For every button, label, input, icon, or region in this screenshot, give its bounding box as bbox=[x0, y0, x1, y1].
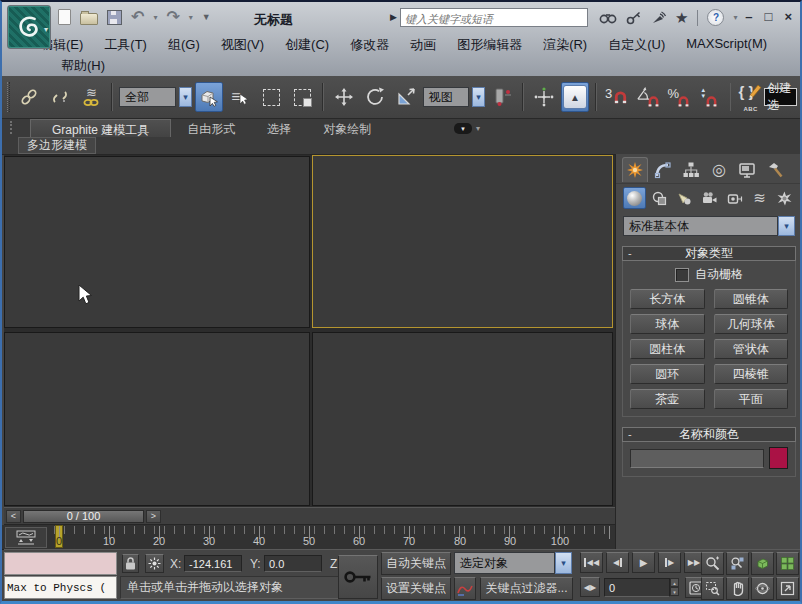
angle-snap-toggle-button[interactable] bbox=[634, 82, 662, 112]
x-coordinate-field[interactable]: -124.161 bbox=[184, 555, 242, 572]
previous-frame-playback-button[interactable]: ◀ bbox=[606, 552, 629, 573]
name-color-rollout-header[interactable]: - 名称和颜色 bbox=[622, 427, 796, 442]
save-file-button[interactable] bbox=[107, 8, 122, 26]
spinner-down-icon[interactable]: ▾ bbox=[670, 587, 679, 596]
tab-display[interactable] bbox=[734, 157, 760, 182]
set-keys-button[interactable] bbox=[338, 555, 378, 599]
object-type-rollout-header[interactable]: - 对象类型 bbox=[622, 246, 796, 261]
ribbon-minimize-chevron-icon[interactable]: ▾ bbox=[476, 124, 480, 133]
tube-button[interactable]: 管状体 bbox=[714, 339, 789, 359]
spinner-snap-toggle-button[interactable]: ▴▾ bbox=[696, 82, 724, 112]
menu-help[interactable]: 帮助(H) bbox=[59, 56, 107, 76]
absolute-offset-mode-toggle[interactable] bbox=[145, 554, 164, 573]
search-binoculars-icon[interactable] bbox=[599, 11, 617, 25]
cone-button[interactable]: 圆锥体 bbox=[714, 289, 789, 309]
ribbon-tab-freeform[interactable]: 自由形式 bbox=[171, 119, 251, 137]
geosphere-button[interactable]: 几何球体 bbox=[714, 314, 789, 334]
y-coordinate-field[interactable]: 0.0 bbox=[264, 555, 322, 572]
use-pivot-point-center-button[interactable] bbox=[488, 82, 516, 112]
select-by-name-button[interactable]: ≡ bbox=[226, 82, 254, 112]
category-lights[interactable] bbox=[673, 187, 696, 209]
edit-named-selection-sets-button[interactable]: { } ABC bbox=[737, 81, 761, 113]
subscription-key-icon[interactable] bbox=[626, 11, 642, 25]
keyboard-shortcut-override-toggle[interactable]: ▲ bbox=[561, 82, 589, 112]
object-name-field[interactable] bbox=[630, 449, 764, 468]
ribbon-minimize-button[interactable]: ▼ bbox=[454, 123, 472, 134]
close-button[interactable]: × bbox=[784, 9, 792, 24]
current-frame-field[interactable]: 0 bbox=[604, 578, 670, 597]
maximize-viewport-toggle-button[interactable] bbox=[776, 577, 799, 600]
maximize-button[interactable]: □ bbox=[765, 9, 773, 24]
infocenter-search[interactable] bbox=[400, 8, 588, 27]
key-filters-button[interactable]: 关键点过滤器... bbox=[480, 577, 573, 600]
selection-set-dropdown-button[interactable]: ▾ bbox=[555, 552, 572, 574]
go-to-start-button[interactable]: ◀◀ bbox=[580, 552, 603, 573]
object-color-swatch[interactable] bbox=[769, 447, 788, 469]
auto-key-button[interactable]: 自动关键点 bbox=[381, 552, 451, 575]
tab-hierarchy[interactable] bbox=[678, 157, 704, 182]
toolbar-grip[interactable] bbox=[7, 82, 10, 112]
bind-to-space-warp-button[interactable]: ≋ bbox=[77, 82, 105, 112]
menu-rendering[interactable]: 渲染(R) bbox=[541, 35, 589, 55]
orbit-button[interactable] bbox=[751, 577, 774, 600]
rectangular-selection-region-button[interactable] bbox=[257, 82, 285, 112]
reference-coordinate-dropdown-button[interactable]: ▾ bbox=[472, 87, 485, 107]
category-helpers[interactable] bbox=[723, 187, 746, 209]
ribbon-panel-polygon-modeling[interactable]: 多边形建模 bbox=[18, 137, 96, 154]
percent-snap-toggle-button[interactable]: % bbox=[665, 82, 693, 112]
autogrid-checkbox[interactable] bbox=[675, 268, 689, 282]
open-mini-curve-editor-button[interactable] bbox=[5, 527, 47, 548]
select-object-button[interactable] bbox=[195, 82, 223, 112]
menu-group[interactable]: 组(G) bbox=[166, 35, 202, 55]
unlink-selection-button[interactable] bbox=[46, 82, 74, 112]
box-button[interactable]: 长方体 bbox=[630, 289, 705, 309]
viewport-top-left[interactable] bbox=[4, 156, 310, 328]
menu-maxscript[interactable]: MAXScript(M) bbox=[684, 35, 769, 55]
sphere-button[interactable]: 球体 bbox=[630, 314, 705, 334]
redo-dropdown-chevron-icon[interactable]: ▾ bbox=[189, 8, 193, 26]
application-menu-button[interactable]: ▾ bbox=[7, 5, 51, 49]
cylinder-button[interactable]: 圆柱体 bbox=[630, 339, 705, 359]
ribbon-tab-object-paint[interactable]: 对象绘制 bbox=[307, 119, 387, 137]
category-systems[interactable] bbox=[773, 187, 796, 209]
ribbon-tab-selection[interactable]: 选择 bbox=[251, 119, 307, 137]
toolbar-overflow-icon[interactable]: ▼ bbox=[202, 8, 211, 26]
previous-frame-button[interactable]: < bbox=[6, 510, 21, 523]
category-shapes[interactable] bbox=[648, 187, 671, 209]
frame-spinner[interactable]: ▴ ▾ bbox=[670, 578, 679, 596]
ribbon-tab-graphite[interactable]: Graphite 建模工具 bbox=[30, 119, 171, 137]
minimize-button[interactable]: – bbox=[745, 9, 752, 24]
menu-create[interactable]: 创建(C) bbox=[283, 35, 331, 55]
menu-tools[interactable]: 工具(T) bbox=[102, 35, 149, 55]
category-cameras[interactable] bbox=[698, 187, 721, 209]
named-selection-set-field[interactable]: 创建选 bbox=[764, 88, 797, 106]
menu-animation[interactable]: 动画 bbox=[408, 35, 438, 55]
tab-modify[interactable] bbox=[650, 157, 676, 182]
viewport-bottom-right[interactable] bbox=[312, 332, 613, 506]
teapot-button[interactable]: 茶壶 bbox=[630, 389, 705, 409]
select-and-rotate-button[interactable] bbox=[361, 82, 389, 112]
snap-toggle-3d-button[interactable]: 3 bbox=[603, 82, 631, 112]
search-input[interactable] bbox=[401, 11, 587, 28]
category-space-warps[interactable]: ≋ bbox=[748, 187, 771, 209]
menu-graph-editors[interactable]: 图形编辑器 bbox=[455, 35, 524, 55]
select-and-move-button[interactable] bbox=[330, 82, 358, 112]
viewport-bottom-left[interactable] bbox=[4, 332, 310, 506]
menu-views[interactable]: 视图(V) bbox=[219, 35, 266, 55]
zoom-region-button[interactable] bbox=[701, 577, 724, 600]
primitive-category-dropdown-button[interactable]: ▾ bbox=[778, 216, 795, 236]
next-frame-playback-button[interactable]: ▶ bbox=[658, 552, 681, 573]
selection-filter-dropdown[interactable]: 全部 bbox=[119, 87, 176, 107]
set-key-button[interactable]: 设置关键点 bbox=[381, 577, 451, 600]
selection-filter-dropdown-button[interactable]: ▾ bbox=[179, 87, 192, 107]
play-button[interactable]: ▶ bbox=[632, 552, 655, 573]
selection-set-dropdown[interactable]: 选定对象 bbox=[454, 552, 555, 574]
time-slider-thumb[interactable]: 0 / 100 bbox=[23, 510, 144, 523]
plane-button[interactable]: 平面 bbox=[714, 389, 789, 409]
help-dropdown-chevron-icon[interactable]: ▾ bbox=[733, 13, 737, 22]
help-button[interactable]: ? bbox=[707, 9, 724, 26]
redo-button[interactable]: ↷ bbox=[166, 8, 179, 26]
track-bar[interactable]: 0 10 20 30 40 50 60 70 80 90 100 bbox=[2, 525, 615, 550]
maxscript-listener-input[interactable]: Max to Physcs ( bbox=[4, 576, 117, 599]
primitive-category-dropdown[interactable]: 标准基本体 bbox=[623, 216, 778, 236]
